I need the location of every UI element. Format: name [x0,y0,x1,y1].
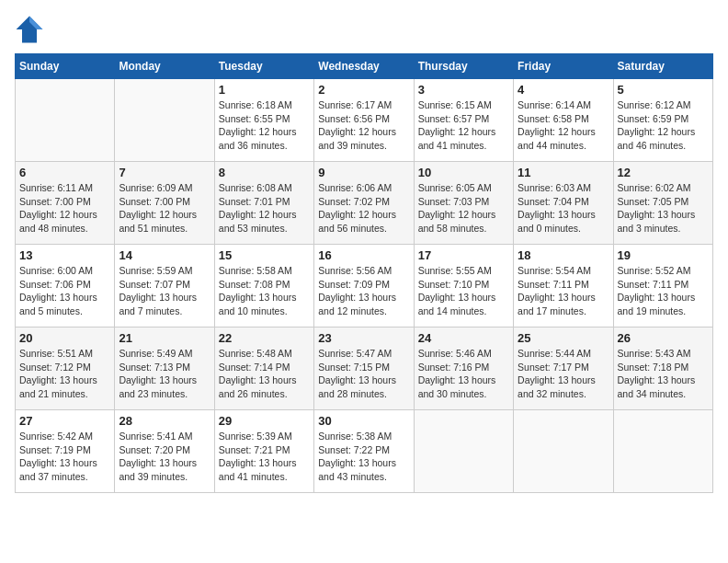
day-number: 3 [418,83,509,97]
day-info: Sunrise: 5:55 AMSunset: 7:10 PMDaylight:… [418,264,509,318]
calendar-week-row: 13Sunrise: 6:00 AMSunset: 7:06 PMDayligh… [16,245,713,327]
day-info: Sunrise: 5:39 AMSunset: 7:21 PMDaylight:… [219,430,310,484]
calendar-cell: 2Sunrise: 6:17 AMSunset: 6:56 PMDaylight… [314,79,414,162]
day-number: 24 [418,331,509,345]
logo [15,15,48,44]
calendar-cell: 12Sunrise: 6:02 AMSunset: 7:05 PMDayligh… [613,162,712,245]
day-info: Sunrise: 6:00 AMSunset: 7:06 PMDaylight:… [19,264,110,318]
day-info: Sunrise: 6:08 AMSunset: 7:01 PMDaylight:… [219,181,310,236]
weekday-header-thursday: Thursday [414,54,513,79]
day-number: 21 [119,331,210,345]
day-info: Sunrise: 6:15 AMSunset: 6:57 PMDaylight:… [418,98,509,153]
calendar-cell: 14Sunrise: 5:59 AMSunset: 7:07 PMDayligh… [115,245,214,327]
calendar-cell [115,79,214,162]
calendar-cell: 19Sunrise: 5:52 AMSunset: 7:11 PMDayligh… [613,245,712,327]
calendar-cell: 30Sunrise: 5:38 AMSunset: 7:22 PMDayligh… [314,410,414,493]
day-info: Sunrise: 6:05 AMSunset: 7:03 PMDaylight:… [418,181,509,236]
calendar-cell: 4Sunrise: 6:14 AMSunset: 6:58 PMDaylight… [514,79,613,162]
day-info: Sunrise: 6:14 AMSunset: 6:58 PMDaylight:… [518,98,609,153]
day-number: 23 [318,331,409,345]
calendar-cell: 25Sunrise: 5:44 AMSunset: 7:17 PMDayligh… [514,327,613,410]
day-number: 4 [518,83,609,97]
day-number: 25 [518,331,609,345]
day-info: Sunrise: 5:38 AMSunset: 7:22 PMDaylight:… [318,430,409,484]
day-info: Sunrise: 6:06 AMSunset: 7:02 PMDaylight:… [318,181,409,236]
day-number: 20 [19,331,110,345]
calendar-table: SundayMondayTuesdayWednesdayThursdayFrid… [15,53,713,493]
calendar-cell: 16Sunrise: 5:56 AMSunset: 7:09 PMDayligh… [314,245,414,327]
calendar-cell: 3Sunrise: 6:15 AMSunset: 6:57 PMDaylight… [414,79,513,162]
calendar-cell: 18Sunrise: 5:54 AMSunset: 7:11 PMDayligh… [514,245,613,327]
day-number: 2 [318,83,409,97]
day-info: Sunrise: 6:17 AMSunset: 6:56 PMDaylight:… [318,98,409,153]
calendar-cell: 6Sunrise: 6:11 AMSunset: 7:00 PMDaylight… [16,162,115,245]
day-info: Sunrise: 6:11 AMSunset: 7:00 PMDaylight:… [19,181,110,236]
calendar-header: SundayMondayTuesdayWednesdayThursdayFrid… [16,54,713,79]
day-number: 12 [618,166,709,179]
day-number: 18 [518,248,609,262]
calendar-week-row: 20Sunrise: 5:51 AMSunset: 7:12 PMDayligh… [16,327,713,410]
calendar-cell: 9Sunrise: 6:06 AMSunset: 7:02 PMDaylight… [314,162,414,245]
day-number: 28 [119,414,210,428]
calendar-cell: 29Sunrise: 5:39 AMSunset: 7:21 PMDayligh… [214,410,313,493]
day-info: Sunrise: 5:58 AMSunset: 7:08 PMDaylight:… [219,264,310,318]
day-number: 22 [219,331,310,345]
day-number: 30 [318,414,409,428]
day-info: Sunrise: 6:03 AMSunset: 7:04 PMDaylight:… [518,181,609,236]
calendar-cell [16,79,115,162]
day-info: Sunrise: 5:47 AMSunset: 7:15 PMDaylight:… [318,347,409,401]
logo-icon [15,15,44,44]
weekday-header-friday: Friday [514,54,613,79]
weekday-header-sunday: Sunday [16,54,115,79]
day-info: Sunrise: 5:56 AMSunset: 7:09 PMDaylight:… [318,264,409,318]
page-header [15,15,713,44]
day-info: Sunrise: 5:49 AMSunset: 7:13 PMDaylight:… [119,347,210,401]
day-info: Sunrise: 6:02 AMSunset: 7:05 PMDaylight:… [618,181,709,236]
calendar-cell: 28Sunrise: 5:41 AMSunset: 7:20 PMDayligh… [115,410,214,493]
weekday-header-row: SundayMondayTuesdayWednesdayThursdayFrid… [16,54,713,79]
day-number: 9 [318,166,409,179]
day-number: 1 [219,83,310,97]
day-number: 13 [19,248,110,262]
day-number: 19 [618,248,709,262]
day-info: Sunrise: 5:42 AMSunset: 7:19 PMDaylight:… [19,430,110,484]
calendar-week-row: 27Sunrise: 5:42 AMSunset: 7:19 PMDayligh… [16,410,713,493]
day-number: 10 [418,166,509,179]
calendar-cell: 11Sunrise: 6:03 AMSunset: 7:04 PMDayligh… [514,162,613,245]
calendar-cell: 21Sunrise: 5:49 AMSunset: 7:13 PMDayligh… [115,327,214,410]
day-info: Sunrise: 6:09 AMSunset: 7:00 PMDaylight:… [119,181,210,236]
day-info: Sunrise: 5:44 AMSunset: 7:17 PMDaylight:… [518,347,609,401]
day-info: Sunrise: 5:48 AMSunset: 7:14 PMDaylight:… [219,347,310,401]
day-info: Sunrise: 5:54 AMSunset: 7:11 PMDaylight:… [518,264,609,318]
day-info: Sunrise: 5:46 AMSunset: 7:16 PMDaylight:… [418,347,509,401]
calendar-cell: 1Sunrise: 6:18 AMSunset: 6:55 PMDaylight… [214,79,313,162]
day-number: 8 [219,166,310,179]
day-number: 6 [19,166,110,179]
calendar-cell: 17Sunrise: 5:55 AMSunset: 7:10 PMDayligh… [414,245,513,327]
calendar-body: 1Sunrise: 6:18 AMSunset: 6:55 PMDaylight… [16,79,713,493]
calendar-cell: 23Sunrise: 5:47 AMSunset: 7:15 PMDayligh… [314,327,414,410]
calendar-cell: 15Sunrise: 5:58 AMSunset: 7:08 PMDayligh… [214,245,313,327]
calendar-cell: 8Sunrise: 6:08 AMSunset: 7:01 PMDaylight… [214,162,313,245]
weekday-header-tuesday: Tuesday [214,54,313,79]
day-number: 29 [219,414,310,428]
day-info: Sunrise: 5:51 AMSunset: 7:12 PMDaylight:… [19,347,110,401]
day-number: 5 [618,83,709,97]
calendar-cell: 7Sunrise: 6:09 AMSunset: 7:00 PMDaylight… [115,162,214,245]
weekday-header-wednesday: Wednesday [314,54,414,79]
day-number: 17 [418,248,509,262]
calendar-cell: 20Sunrise: 5:51 AMSunset: 7:12 PMDayligh… [16,327,115,410]
day-number: 16 [318,248,409,262]
weekday-header-monday: Monday [115,54,214,79]
day-info: Sunrise: 5:59 AMSunset: 7:07 PMDaylight:… [119,264,210,318]
calendar-week-row: 1Sunrise: 6:18 AMSunset: 6:55 PMDaylight… [16,79,713,162]
day-number: 7 [119,166,210,179]
day-info: Sunrise: 5:43 AMSunset: 7:18 PMDaylight:… [618,347,709,401]
calendar-cell [414,410,513,493]
calendar-cell: 22Sunrise: 5:48 AMSunset: 7:14 PMDayligh… [214,327,313,410]
day-number: 11 [518,166,609,179]
calendar-cell: 26Sunrise: 5:43 AMSunset: 7:18 PMDayligh… [613,327,712,410]
calendar-cell: 5Sunrise: 6:12 AMSunset: 6:59 PMDaylight… [613,79,712,162]
calendar-cell: 13Sunrise: 6:00 AMSunset: 7:06 PMDayligh… [16,245,115,327]
weekday-header-saturday: Saturday [613,54,712,79]
